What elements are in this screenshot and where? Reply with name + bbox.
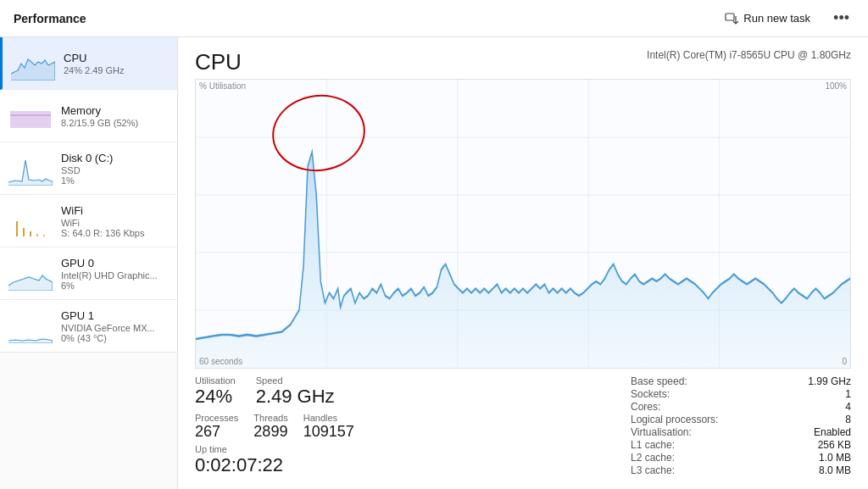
utilisation-label: Utilisation [195,375,236,386]
disk-subtitle: SSD1% [61,165,169,186]
cpu-mini-chart [11,47,55,81]
chart-y-label: % Utilisation [199,81,246,91]
disk-title: Disk 0 (C:) [61,152,169,164]
sidebar-item-gpu0[interactable]: GPU 0 Intel(R) UHD Graphic...6% [0,247,177,300]
spec-val-base-speed: 1.99 GHz [808,375,851,387]
gpu1-mini-chart [8,309,53,343]
spec-key-l2: L2 cache: [631,452,675,464]
memory-subtitle: 8.2/15.9 GB (52%) [61,118,169,128]
spec-val-l1: 256 KB [818,439,851,451]
run-new-task-button[interactable]: Run new task [717,8,818,30]
gpu1-title: GPU 1 [61,309,169,322]
panel-title: CPU [195,49,242,75]
wifi-title: WiFi [61,204,169,217]
spec-l1: L1 cache: 256 KB [631,439,851,451]
sidebar-item-cpu[interactable]: CPU 24% 2.49 GHz [0,37,177,90]
threads-value: 2899 [253,423,287,441]
spec-virtualisation: Virtualisation: Enabled [631,426,851,438]
handles-label: Handles [303,413,354,423]
spec-key-l3: L3 cache: [631,464,675,476]
spec-val-l2: 1.0 MB [819,452,851,464]
svg-rect-3 [10,114,51,116]
handles-value: 109157 [303,423,354,441]
gpu0-title: GPU 0 [61,257,169,270]
spec-val-virt: Enabled [814,426,851,438]
memory-mini-chart [8,99,53,133]
gpu1-subtitle: NVIDIA GeForce MX...0% (43 °C) [61,323,169,343]
gpu0-subtitle: Intel(R) UHD Graphic...6% [61,270,169,291]
processor-name: Intel(R) Core(TM) i7-8565U CPU @ 1.80GHz [647,49,851,61]
spec-sockets: Sockets: 1 [631,388,851,400]
sidebar-item-gpu1[interactable]: GPU 1 NVIDIA GeForce MX...0% (43 °C) [0,300,177,353]
chart-x-right: 0 [842,357,847,366]
spec-val-sockets: 1 [845,388,851,400]
spec-key-virt: Virtualisation: [631,426,692,438]
run-new-task-label: Run new task [743,12,810,25]
svg-rect-2 [10,111,51,128]
cpu-chart-svg [196,80,850,368]
uptime-value: 0:02:07:22 [195,454,631,476]
disk-mini-chart [8,152,53,186]
spec-key-logical: Logical processors: [631,414,718,425]
spec-key-cores: Cores: [631,401,660,413]
memory-title: Memory [61,104,169,117]
cpu-chart-area: % Utilisation 100% 60 seconds 0 [195,79,851,369]
gpu0-mini-chart [8,257,53,291]
spec-l3: L3 cache: 8.0 MB [631,464,851,476]
speed-label: Speed [256,375,335,386]
sidebar-item-disk[interactable]: Disk 0 (C:) SSD1% [0,142,177,195]
main-panel: CPU Intel(R) Core(TM) i7-8565U CPU @ 1.8… [178,37,868,489]
uptime-label: Up time [195,444,631,454]
sidebar-item-memory[interactable]: Memory 8.2/15.9 GB (52%) [0,90,177,142]
specs-panel: Base speed: 1.99 GHz Sockets: 1 Cores: 4… [631,375,851,477]
spec-key-base-speed: Base speed: [631,375,687,387]
cpu-subtitle: 24% 2.49 GHz [64,65,169,75]
spec-val-cores: 4 [845,401,851,413]
svg-marker-17 [196,152,850,368]
app-title: Performance [14,12,86,25]
spec-cores: Cores: 4 [631,401,851,413]
utilisation-value: 24% [195,386,236,408]
spec-val-logical: 8 [845,414,851,425]
spec-logical-processors: Logical processors: 8 [631,414,851,425]
sidebar: CPU 24% 2.49 GHz Memory 8.2/15.9 GB (52%… [0,37,178,489]
spec-l2: L2 cache: 1.0 MB [631,452,851,464]
stats-row: Utilisation 24% Speed 2.49 GHz Processes… [195,375,851,477]
processes-label: Processes [195,413,238,423]
more-options-button[interactable]: ••• [828,8,854,29]
chart-y-max: 100% [825,81,847,91]
wifi-subtitle: WiFiS: 64.0 R: 136 Kbps [61,218,169,238]
processes-value: 267 [195,423,238,441]
spec-key-sockets: Sockets: [631,388,670,400]
spec-val-l3: 8.0 MB [819,464,851,476]
spec-key-l1: L1 cache: [631,439,675,451]
sidebar-item-wifi[interactable]: WiFi WiFiS: 64.0 R: 136 Kbps [0,195,177,247]
spec-base-speed: Base speed: 1.99 GHz [631,375,851,387]
threads-label: Threads [253,413,287,423]
svg-rect-0 [726,14,734,20]
cpu-title: CPU [64,52,169,64]
speed-value: 2.49 GHz [256,386,335,408]
chart-x-label: 60 seconds [199,357,242,366]
run-task-icon [725,12,738,25]
wifi-mini-chart [8,204,53,238]
